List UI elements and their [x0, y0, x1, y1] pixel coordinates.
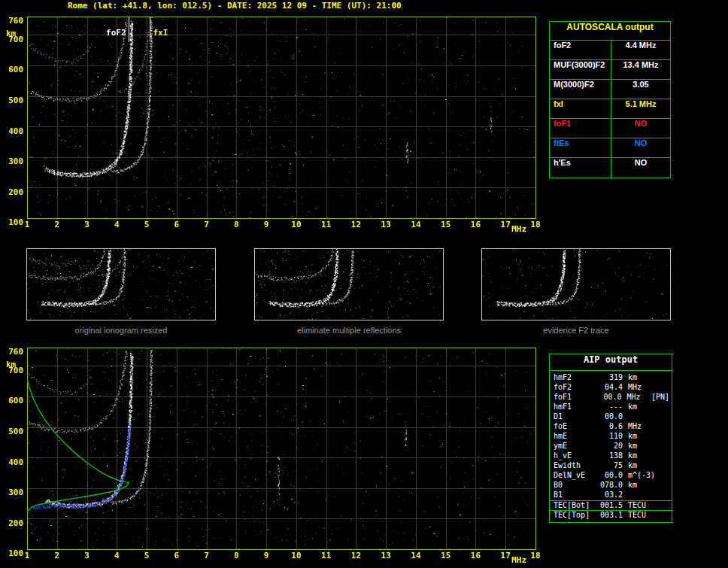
aip-row-foe: foE0.6MHz: [550, 422, 672, 432]
aip-label: foF1: [554, 393, 596, 402]
autoscala-row-ftes: ftEsNO: [550, 138, 670, 158]
aip-value: 03.2: [597, 491, 623, 500]
aip-label: hmF2: [554, 373, 597, 383]
aip-extra: [653, 432, 672, 442]
aip-unit: km: [628, 481, 653, 491]
aip-extra: [653, 412, 672, 422]
aip-extra: [653, 471, 672, 481]
aip-unit: m^(-3): [628, 471, 653, 481]
parameter-value: 13.4 MHz: [611, 60, 670, 79]
aip-label: h_vE: [554, 451, 597, 461]
thumbnail-f2-trace-canvas: [482, 249, 670, 320]
autoscala-app: Rome (lat: +41.8, lon: 012.5) - DATE: 20…: [0, 0, 728, 568]
parameter-name: foF1: [550, 119, 611, 138]
aip-label: B0: [554, 481, 597, 491]
aip-unit: MHz: [628, 383, 653, 393]
aip-row-hve: h_vE138km: [550, 451, 672, 461]
thumbnail-f2-trace: [481, 248, 671, 320]
parameter-name: h'Es: [550, 158, 611, 178]
aip-row-delnve: DelN_vE00.0m^(-3): [550, 471, 672, 481]
aip-row-hmf1: hmF1---km: [550, 402, 672, 412]
parameter-value: NO: [611, 119, 670, 138]
aip-label: ymE: [554, 442, 597, 451]
autoscala-row-hes: h'EsNO: [550, 158, 670, 178]
parameter-name: foF2: [550, 41, 611, 59]
aip-value: 04.4: [597, 383, 623, 393]
aip-value: 20: [597, 442, 623, 451]
aip-unit: km: [628, 373, 653, 383]
aip-label: TEC[Bot]: [554, 501, 597, 510]
parameter-value: 3.05: [611, 80, 670, 99]
aip-value: 003.1: [597, 511, 623, 520]
thumbnail-multiples-removed: [254, 248, 444, 320]
aip-label: D1: [554, 412, 597, 422]
aip-row-hme: hmE110km: [550, 432, 672, 442]
caption-multiples-removed: eliminate multiple reflections: [254, 326, 444, 335]
aip-value: 00.0: [597, 412, 623, 422]
autoscala-row-muf3000f2: MUF(3000)F213.4 MHz: [550, 60, 670, 80]
aip-unit: km: [628, 432, 653, 442]
aip-value: 138: [597, 451, 623, 461]
main-ionogram-plot: [0, 9, 545, 236]
aip-label: hmE: [554, 432, 597, 442]
aip-label: DelN_vE: [554, 471, 597, 481]
parameter-name: MUF(3000)F2: [550, 60, 611, 79]
aip-extra: [653, 402, 672, 412]
aip-unit: MHz: [628, 422, 653, 432]
aip-table-body: hmF2319kmfoF204.4MHzfoF100.0MHz[PN]hmF1-…: [550, 373, 672, 520]
caption-f2-trace: evidence F2 trace: [481, 326, 671, 335]
aip-unit: [628, 412, 653, 422]
aip-extra: [653, 491, 672, 500]
aip-value: 00.0: [597, 471, 623, 481]
aip-extra: [653, 511, 672, 520]
parameter-name: fxI: [550, 99, 611, 118]
aip-output-panel: AIP output hmF2319kmfoF204.4MHzfoF100.0M…: [549, 354, 672, 523]
aip-unit: MHz: [626, 393, 651, 402]
aip-extra: [653, 383, 672, 393]
aip-row-b0: B0078.0km: [550, 481, 672, 491]
aip-label: B1: [554, 491, 597, 500]
aip-row-d1: D100.0: [550, 412, 672, 422]
aip-unit: km: [628, 451, 653, 461]
aip-extra: [653, 501, 672, 510]
autoscala-row-m3000f2: M(3000)F23.05: [550, 80, 670, 99]
aip-row-b1: B103.2: [550, 491, 672, 500]
autoscala-row-fxi: fxI5.1 MHz: [550, 99, 670, 119]
aip-unit: km: [628, 402, 653, 412]
aip-extra: [653, 373, 672, 383]
parameter-name: ftEs: [550, 138, 611, 157]
aip-value: 078.0: [597, 481, 623, 491]
parameter-value: NO: [611, 158, 670, 178]
aip-label: hmF1: [554, 402, 597, 412]
autoscala-row-fof2: foF24.4 MHz: [550, 41, 670, 60]
aip-unit: [628, 491, 653, 500]
aip-label: Ewidth: [554, 461, 597, 471]
parameter-name: M(3000)F2: [550, 80, 611, 99]
aip-row-hmf2: hmF2319km: [550, 373, 672, 383]
aip-row-ewidth: Ewidth75km: [550, 461, 672, 471]
aip-unit: TECU: [628, 511, 653, 520]
aip-row-tecbot: TEC[Bot]001.5TECU: [550, 500, 672, 510]
aip-unit: km: [628, 461, 653, 471]
parameter-value: NO: [611, 138, 670, 157]
aip-extra: [653, 451, 672, 461]
aip-row-fof1: foF100.0MHz[PN]: [550, 393, 672, 402]
aip-extra: [653, 481, 672, 491]
parameter-value: 4.4 MHz: [611, 41, 670, 59]
aip-label: foF2: [554, 383, 597, 393]
restored-ionogram-plot: [0, 342, 545, 568]
thumbnail-original-ionogram: [26, 248, 216, 320]
aip-row-fof2: foF204.4MHz: [550, 383, 672, 393]
aip-unit: TECU: [628, 501, 653, 510]
aip-row-yme: ymE20km: [550, 442, 672, 451]
thumbnail-original-canvas: [27, 249, 215, 320]
autoscala-row-fof1: foF1NO: [550, 119, 670, 138]
aip-row-tectop: TEC[Top]003.1TECU: [550, 510, 672, 520]
aip-value: 00.0: [596, 393, 621, 402]
aip-panel-title: AIP output: [550, 354, 672, 371]
aip-label: TEC[Top]: [554, 511, 597, 520]
parameter-value: 5.1 MHz: [611, 99, 670, 118]
autoscala-panel-title: AUTOSCALA output: [550, 22, 670, 41]
aip-value: 001.5: [597, 501, 623, 510]
thumbnail-multiples-removed-canvas: [255, 249, 443, 320]
